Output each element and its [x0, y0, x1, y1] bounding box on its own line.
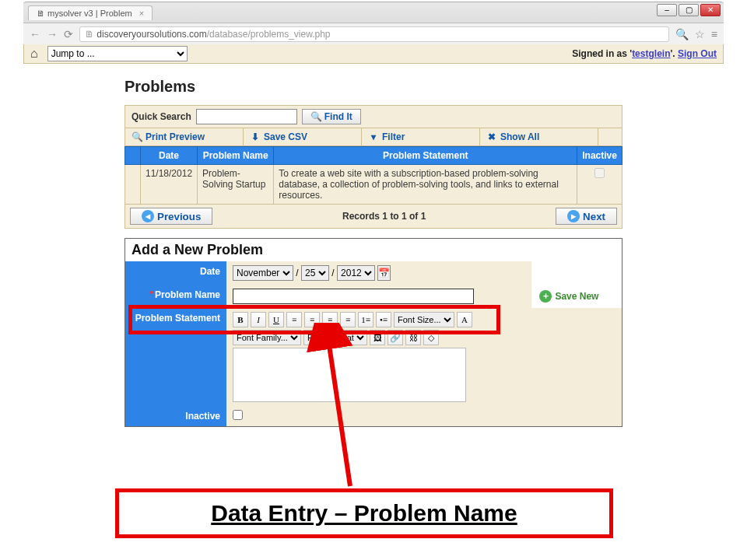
arrow-left-icon: ◄: [142, 210, 154, 222]
filter-button[interactable]: ▾ Filter: [362, 128, 480, 145]
bold-button[interactable]: B: [233, 312, 248, 327]
url-path: /database/problems_view.php: [207, 29, 331, 40]
browser-chrome: – ▢ ✕ 🗎 mysolver v3 | Problem × ← → ⟳ 🗎 …: [23, 2, 724, 44]
nav-back-icon[interactable]: ←: [30, 28, 40, 40]
col-name[interactable]: Problem Name: [198, 147, 274, 165]
problem-name-input[interactable]: [233, 289, 474, 304]
source-button[interactable]: ◇: [423, 330, 439, 345]
font-family-select[interactable]: Font Family...: [233, 330, 301, 345]
previous-button[interactable]: ◄ Previous: [130, 208, 212, 225]
url-domain: discoveryoursolutions.com: [96, 29, 206, 40]
col-date[interactable]: Date: [141, 147, 198, 165]
plus-icon: +: [539, 290, 552, 303]
inactive-checkbox: [594, 168, 605, 178]
problem-statement-label: Problem Statement: [125, 308, 226, 406]
minimize-button[interactable]: –: [657, 4, 677, 16]
add-problem-panel: Add a New Problem Date November / 25 / 2…: [124, 238, 622, 427]
date-month-select[interactable]: November: [233, 265, 293, 281]
problem-name-label: *Problem Name: [125, 285, 226, 308]
font-color-button[interactable]: A: [457, 312, 472, 327]
table-row[interactable]: 11/18/2012 Problem-Solving Startup To cr…: [125, 165, 622, 205]
home-icon[interactable]: ⌂: [30, 47, 38, 61]
date-year-select[interactable]: 2012: [337, 265, 375, 281]
quicksearch-input[interactable]: [196, 109, 297, 124]
unlink-button[interactable]: ⛓: [405, 330, 421, 345]
address-bar[interactable]: 🗎 discoveryoursolutions.com/database/pro…: [79, 26, 669, 42]
quicksearch-label: Quick Search: [132, 111, 191, 122]
problems-table: Date Problem Name Problem Statement Inac…: [124, 146, 622, 205]
print-preview-button[interactable]: 🔍 Print Preview: [125, 128, 244, 145]
magnifier-icon: 🔍: [132, 131, 142, 142]
jump-to-select[interactable]: Jump to ...: [47, 46, 188, 61]
editor-toolbar: B I U ≡ ≡ ≡ ≡ 1≡ •≡ Font Size... A: [233, 312, 615, 327]
next-button[interactable]: ► Next: [556, 208, 617, 225]
cell-date: 11/18/2012: [141, 165, 198, 205]
signout-link[interactable]: Sign Out: [678, 48, 717, 59]
tab-title: mysolver v3 | Problem: [47, 9, 132, 18]
date-label: Date: [125, 261, 226, 285]
font-format-select[interactable]: Font Format: [303, 330, 367, 345]
tab-favicon: 🗎: [37, 9, 45, 18]
inactive-checkbox-input[interactable]: [233, 410, 243, 420]
inactive-label: Inactive: [125, 406, 226, 426]
row-select-header: [125, 147, 141, 165]
nav-forward-icon[interactable]: →: [47, 28, 58, 40]
underline-button[interactable]: U: [268, 312, 284, 327]
font-size-select[interactable]: Font Size...: [394, 312, 454, 327]
cell-inactive: [577, 165, 622, 205]
show-all-button[interactable]: ✖ Show All: [480, 128, 598, 145]
funnel-icon: ▾: [368, 131, 379, 142]
cell-name: Problem-Solving Startup: [198, 165, 274, 205]
align-left-button[interactable]: ≡: [286, 312, 302, 327]
problem-statement-input[interactable]: [233, 348, 466, 402]
app-topbar: ⌂ Jump to ... Signed in as 'testglein'. …: [23, 44, 724, 64]
menu-icon[interactable]: ≡: [711, 28, 717, 40]
username-link[interactable]: testglein: [632, 48, 670, 59]
unordered-list-button[interactable]: •≡: [376, 312, 391, 327]
window-controls: – ▢ ✕: [657, 4, 721, 16]
col-statement[interactable]: Problem Statement: [274, 147, 577, 165]
save-csv-button[interactable]: ⬇ Save CSV: [244, 128, 362, 145]
date-day-select[interactable]: 25: [301, 265, 329, 281]
add-problem-heading: Add a New Problem: [125, 239, 622, 261]
signin-status: Signed in as 'testglein'. Sign Out: [572, 48, 717, 59]
col-inactive[interactable]: Inactive: [577, 147, 622, 165]
italic-button[interactable]: I: [251, 312, 266, 327]
find-it-button[interactable]: 🔍 Find It: [302, 109, 361, 124]
maximize-button[interactable]: ▢: [679, 4, 699, 16]
tab-close-icon[interactable]: ×: [139, 9, 144, 18]
browser-tab[interactable]: 🗎 mysolver v3 | Problem ×: [28, 5, 153, 20]
align-right-button[interactable]: ≡: [322, 312, 338, 327]
cell-statement: To create a web site with a subscription…: [274, 165, 577, 205]
image-button[interactable]: 🖼: [370, 330, 385, 345]
link-button[interactable]: 🔗: [388, 330, 403, 345]
quicksearch-row: Quick Search 🔍 Find It: [125, 106, 622, 128]
calendar-button[interactable]: 📅: [377, 265, 391, 281]
ordered-list-button[interactable]: 1≡: [358, 312, 374, 327]
align-center-button[interactable]: ≡: [304, 312, 320, 327]
pager: ◄ Previous Records 1 to 1 of 1 ► Next: [124, 205, 622, 229]
close-window-button[interactable]: ✕: [700, 4, 721, 16]
zoom-icon[interactable]: 🔍: [675, 28, 689, 40]
toolbar-spacer: [598, 128, 622, 145]
search-icon: 🔍: [310, 111, 321, 122]
bookmark-icon[interactable]: ☆: [695, 28, 705, 40]
annotation-caption: Data Entry – Problem Name: [115, 488, 613, 538]
editor-toolbar-2: Font Family... Font Format 🖼 🔗 ⛓ ◇: [233, 330, 615, 345]
table-header-row: Date Problem Name Problem Statement Inac…: [125, 147, 622, 165]
page-title: Problems: [124, 78, 622, 96]
save-new-button[interactable]: + Save New: [539, 290, 598, 303]
date-field: November / 25 / 2012 📅: [226, 261, 531, 285]
show-all-icon: ✖: [486, 131, 497, 142]
nav-reload-icon[interactable]: ⟳: [64, 28, 73, 40]
align-justify-button[interactable]: ≡: [340, 312, 356, 327]
site-icon: 🗎: [85, 29, 94, 40]
pager-summary: Records 1 to 1 of 1: [212, 211, 556, 222]
row-select-cell[interactable]: [125, 165, 141, 205]
download-icon: ⬇: [250, 131, 261, 142]
arrow-right-icon: ►: [567, 210, 580, 222]
action-toolbar: 🔍 Print Preview ⬇ Save CSV ▾ Filter ✖ Sh…: [125, 128, 622, 145]
